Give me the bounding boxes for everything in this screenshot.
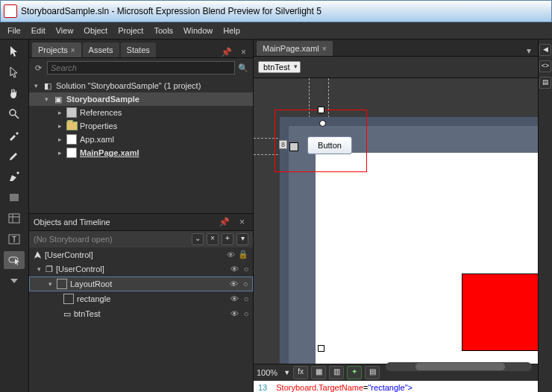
tab-mainpage[interactable]: MainPage.xaml×: [257, 41, 333, 56]
eye-icon[interactable]: 👁: [229, 309, 239, 318]
obj-usercontrol[interactable]: ▾❐[UserControl]👁○: [29, 262, 253, 276]
menu-file[interactable]: File: [7, 26, 21, 35]
zoom-value[interactable]: 100%: [257, 368, 277, 377]
more-tools-icon[interactable]: [4, 272, 25, 290]
grid-toggle-button[interactable]: ▦: [311, 366, 326, 379]
snap-toggle-button[interactable]: ▥: [329, 366, 344, 379]
margin-handle[interactable]: [289, 142, 298, 151]
menu-view[interactable]: View: [56, 26, 74, 35]
usercontrol-icon: ❐: [46, 265, 53, 274]
solution-node[interactable]: ▾◧Solution "StoryboardSample" (1 project…: [29, 79, 253, 92]
xaml-file-icon: [66, 148, 78, 158]
lock-dot-icon[interactable]: ○: [242, 279, 249, 288]
tab-menu-icon[interactable]: ▾: [523, 45, 535, 56]
button-element[interactable]: Button: [307, 136, 352, 154]
new-storyboard-button[interactable]: +: [222, 233, 233, 245]
menu-object[interactable]: Object: [84, 26, 107, 35]
rectangle-tool-icon[interactable]: [4, 189, 25, 206]
close-icon[interactable]: ×: [236, 217, 248, 227]
storyboard-picker: (No Storyboard open) ⌄ × + ▾: [29, 231, 253, 247]
tab-states[interactable]: States: [121, 42, 156, 57]
search-input[interactable]: [47, 61, 235, 75]
project-node[interactable]: ▾▣StoryboardSample: [29, 92, 253, 106]
project-panel-tabs: Projects× Assets States 📌 ×: [29, 39, 253, 58]
svg-text:T: T: [12, 235, 16, 244]
close-icon[interactable]: ×: [71, 46, 75, 54]
eye-icon[interactable]: 👁: [229, 294, 239, 303]
tool-palette: T: [0, 39, 29, 392]
brush-tool-icon[interactable]: [4, 147, 25, 165]
layout-tool-icon[interactable]: [4, 209, 25, 227]
code-view-icon[interactable]: <>: [539, 60, 551, 72]
close-icon[interactable]: ×: [237, 47, 250, 57]
horizontal-scrollbar[interactable]: [386, 362, 532, 371]
solution-icon: ◧: [42, 80, 54, 91]
scope-combo[interactable]: btnTest: [258, 61, 301, 73]
menu-tools[interactable]: Tools: [154, 26, 173, 35]
folder-icon: [66, 121, 78, 131]
eye-icon[interactable]: 👁: [227, 250, 235, 259]
tab-assets[interactable]: Assets: [83, 42, 119, 57]
artboard[interactable]: [316, 153, 538, 364]
storyboard-menu-icon[interactable]: ▾: [236, 233, 248, 245]
svg-rect-1: [10, 194, 19, 201]
menu-project[interactable]: Project: [118, 26, 143, 35]
xaml-file-icon: [66, 134, 78, 145]
zoom-tool-icon[interactable]: [4, 105, 25, 123]
menu-edit[interactable]: Edit: [31, 26, 46, 35]
rectangle-icon: [63, 294, 74, 304]
rectangle-element[interactable]: [462, 274, 538, 351]
tab-projects[interactable]: Projects×: [32, 42, 81, 57]
obj-rectangle[interactable]: rectangle👁○: [29, 291, 253, 306]
eye-icon[interactable]: 👁: [229, 265, 239, 274]
app-icon: [4, 4, 17, 18]
storyboard-dropdown-icon[interactable]: ⌄: [192, 233, 204, 245]
pan-tool-icon[interactable]: [4, 84, 25, 102]
document-tabs: MainPage.xaml× ▾: [254, 39, 538, 57]
xaml-code-line[interactable]: 13 Storyboard.TargetName="rectangle">: [254, 381, 538, 392]
objects-tree: ▾❐[UserControl]👁○ ▾LayoutRoot👁○ rectangl…: [29, 262, 253, 392]
scope-up-icon[interactable]: ⮝: [34, 250, 42, 259]
button-icon: ▭: [63, 309, 71, 319]
fx-button[interactable]: fx: [293, 366, 308, 379]
direct-select-tool-icon[interactable]: [4, 63, 25, 81]
scope-label: [UserControl]: [45, 250, 93, 259]
tree-item-properties[interactable]: ▸Properties: [29, 119, 253, 133]
menu-window[interactable]: Window: [184, 26, 213, 35]
obj-btntest[interactable]: ▭btnTest👁○: [29, 306, 253, 321]
right-rail: ◀ <> ▤: [538, 39, 552, 392]
refresh-icon[interactable]: ⟳: [32, 63, 44, 73]
tree-item-mainpage[interactable]: ▸MainPage.xaml: [29, 146, 253, 159]
eyedropper-tool-icon[interactable]: [4, 126, 25, 144]
expand-panel-icon[interactable]: ◀: [539, 44, 551, 56]
obj-layoutroot[interactable]: ▾LayoutRoot👁○: [29, 276, 253, 291]
resize-handle[interactable]: [318, 107, 324, 113]
snap-lines-button[interactable]: ✦: [347, 366, 362, 379]
line-number: 13: [258, 383, 267, 392]
search-icon[interactable]: 🔍: [238, 63, 250, 73]
menu-help[interactable]: Help: [223, 26, 240, 35]
annotations-button[interactable]: ▤: [365, 366, 380, 379]
close-icon[interactable]: ×: [322, 45, 327, 53]
zoom-dropdown-icon[interactable]: ▼: [283, 369, 290, 376]
solution-tree: ▾◧Solution "StoryboardSample" (1 project…: [29, 78, 253, 213]
lock-dot-icon[interactable]: ○: [242, 265, 250, 274]
tree-item-appxaml[interactable]: ▸App.xaml: [29, 133, 253, 146]
eye-icon[interactable]: 👁: [228, 279, 239, 288]
control-tool-icon[interactable]: [4, 251, 25, 269]
selection-tool-icon[interactable]: [4, 42, 25, 60]
pin-icon[interactable]: 📌: [215, 217, 233, 227]
pin-icon[interactable]: 📌: [217, 47, 236, 57]
close-storyboard-button[interactable]: ×: [207, 233, 219, 245]
lock-icon[interactable]: 🔒: [238, 250, 248, 259]
resize-handle[interactable]: [318, 345, 324, 352]
lock-dot-icon[interactable]: ○: [242, 309, 250, 318]
rotate-handle[interactable]: [319, 120, 326, 127]
lock-dot-icon[interactable]: ○: [242, 294, 250, 303]
tree-item-references[interactable]: ▸References: [29, 106, 253, 119]
grid-icon: [57, 279, 67, 289]
text-tool-icon[interactable]: T: [4, 230, 25, 248]
design-canvas[interactable]: 8 Button: [254, 78, 538, 364]
pen-tool-icon[interactable]: [4, 168, 25, 186]
split-view-icon[interactable]: ▤: [539, 77, 551, 89]
